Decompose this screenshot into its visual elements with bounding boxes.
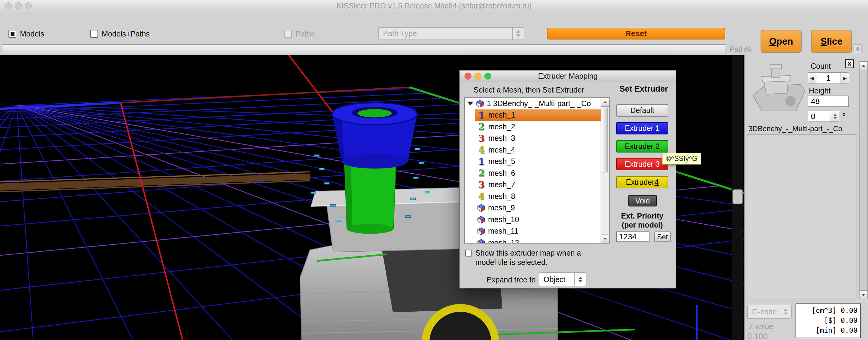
extruder-3-button[interactable]: Extruder 3 [616,158,668,170]
extruder-2-button[interactable]: Extruder 2 [616,140,668,152]
mesh-row[interactable]: 3 mesh_7 [475,179,609,191]
expand-tree-label: Expand tree to [472,275,536,284]
chimney-cap-blue [332,103,417,169]
window-zoom-button[interactable] [25,2,32,9]
extruder-3-numeral-icon: 3 [477,133,486,144]
show-map-control: Show this extruder map when a model tile… [465,248,609,267]
window-titlebar[interactable]: KISSlicer PRO v1.5 Release Mac64 (setar@… [0,0,868,12]
z-value-label: Z value [748,322,773,331]
extruder-4-button[interactable]: Extruder 4 [616,176,668,189]
paths-control: Paths [284,29,315,39]
expand-tree-stepper-icon[interactable] [574,273,586,286]
extruder-1-button[interactable]: Extruder 1 [616,122,668,134]
extruder-2-numeral-icon: 2 [477,168,486,178]
print-stats-box: [cm^3] 0.00[$] 0.00[min] 0.00 [796,304,861,338]
mesh-label: mesh_7 [488,180,515,189]
sidebar-scrollbar[interactable] [859,61,868,299]
extruder-mapping-dialog: Extruder Mapping Select a Mesh, then Set… [459,70,676,288]
mesh-cube-icon [477,204,485,212]
disclosure-triangle-icon[interactable] [467,102,473,105]
mesh-list-scrollbar[interactable] [600,98,609,243]
expand-tree-value: Object [539,273,574,286]
models-paths-label: Models+Paths [102,30,150,38]
z-slider-thumb[interactable] [733,190,742,204]
mesh-row[interactable]: 2 mesh_6 [475,167,609,179]
gcode-value: G-code [748,305,780,318]
mesh-cube-icon [477,215,485,224]
extruder-4-numeral-icon: 4 [477,144,486,155]
mesh-row[interactable]: mesh_10 [475,214,609,226]
mesh-label: mesh_9 [488,203,515,212]
scroll-down-icon[interactable] [601,234,609,243]
extruder-1-numeral-icon: 1 [477,156,486,167]
mesh-label: mesh_3 [488,134,515,143]
models-radio[interactable] [8,30,16,38]
reset-button[interactable]: Reset [547,28,725,39]
mesh-row[interactable]: mesh_11 [475,226,609,237]
dialog-titlebar[interactable]: Extruder Mapping [460,71,676,82]
set-priority-button[interactable]: Set [654,232,671,242]
paths-label: Paths [296,30,315,38]
window-minimize-button[interactable] [15,2,22,9]
expand-tree-select[interactable]: Object [539,272,586,286]
models-paths-control: Models+Paths [90,29,150,39]
degree-symbol: ° [842,111,846,122]
scroll-up-icon[interactable] [860,62,867,70]
rotation-spinner[interactable] [831,111,839,122]
slice-button[interactable]: Slice [811,30,852,53]
rotation-control: ° [808,111,846,122]
mesh-label: mesh_5 [488,157,515,166]
z-value: 0.100 [747,332,768,340]
path-percent-stepper[interactable] [854,44,862,53]
models-label: Models [20,30,44,38]
path-percent-label: Path% [730,45,752,54]
mesh-row[interactable]: 2 mesh_2 [475,121,609,133]
mesh-row[interactable]: 1 mesh_5 [475,156,609,168]
scroll-up-icon[interactable] [601,98,609,107]
paths-checkbox [284,30,292,38]
scrollbar-thumb[interactable] [602,108,608,172]
model-tiles-panel[interactable] [747,134,857,298]
dialog-zoom-button[interactable] [485,73,491,79]
gcode-stepper-icon [780,305,791,318]
ext-priority-input[interactable] [616,232,650,242]
mesh-label: mesh_4 [488,145,515,154]
chimney-green [344,158,396,234]
model-thumbnail[interactable] [747,60,808,123]
count-stepper: ◀ ▶ [808,72,849,84]
show-map-checkbox[interactable] [465,249,472,257]
void-button[interactable]: Void [628,195,657,206]
path-percent-slider[interactable] [2,44,726,53]
window-close-button[interactable] [5,2,12,9]
remove-model-button[interactable]: X [845,59,854,68]
mesh-row[interactable]: 4 mesh_8 [475,191,609,202]
tree-root-row[interactable]: 1 3DBenchy_-_Multi-part_-_Co [465,98,609,109]
mesh-row[interactable]: 3 mesh_3 [475,133,609,144]
path-type-value: Path Type [379,28,512,39]
mesh-tree[interactable]: 1 3DBenchy_-_Multi-part_-_Co 1 mesh_1 2 … [464,97,610,243]
mesh-row[interactable]: 1 mesh_1 [475,109,609,121]
dialog-minimize-button[interactable] [474,73,482,79]
extruder-4-numeral-icon: 4 [477,191,486,202]
extruder-3-numeral-icon: 3 [477,179,486,190]
mesh-row[interactable]: mesh_9 [475,202,609,214]
path-type-stepper-icon [512,28,524,39]
open-button[interactable]: Open [761,30,802,53]
mesh-row[interactable]: mesh_12 [475,237,609,243]
extruder-2-numeral-icon: 2 [477,121,486,132]
mesh-row[interactable]: 4 mesh_4 [475,144,609,156]
scroll-down-icon[interactable] [860,290,867,299]
mesh-label: mesh_2 [488,123,515,131]
show-map-label: Show this extruder map when a model tile… [475,248,597,267]
count-increment-icon[interactable]: ▶ [840,72,849,84]
height-input[interactable] [808,96,849,107]
mesh-label: mesh_1 [488,111,515,120]
mesh-cube-icon [477,239,485,243]
rotation-input[interactable] [808,111,831,122]
default-extruder-button[interactable]: Default [616,104,668,117]
count-decrement-icon[interactable]: ◀ [808,72,816,84]
set-extruder-heading: Set Extruder [616,84,671,94]
count-input[interactable] [816,72,840,84]
models-paths-checkbox[interactable] [90,30,98,38]
dialog-close-button[interactable] [464,73,471,79]
